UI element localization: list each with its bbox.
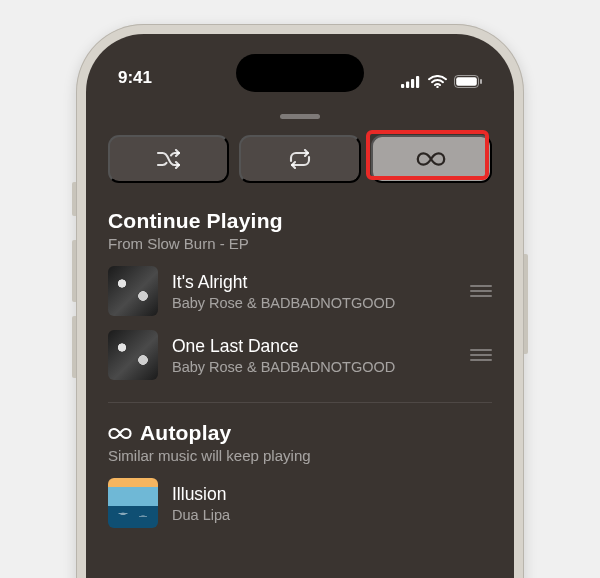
queue-sheet: Continue Playing From Slow Burn - EP It'… — [86, 114, 514, 528]
svg-rect-3 — [416, 76, 419, 88]
status-time: 9:41 — [118, 68, 152, 88]
side-button-silence — [72, 182, 76, 216]
section-title: Continue Playing — [108, 209, 492, 233]
track-row[interactable]: It's Alright Baby Rose & BADBADNOTGOOD — [108, 266, 492, 316]
continue-playing-section: Continue Playing From Slow Burn - EP It'… — [108, 209, 492, 380]
infinity-icon — [108, 427, 132, 440]
svg-rect-0 — [401, 84, 404, 88]
reorder-handle-icon[interactable] — [470, 349, 492, 361]
track-artist: Baby Rose & BADBADNOTGOOD — [172, 295, 456, 311]
side-button-vol-down — [72, 316, 76, 378]
section-title: Autoplay — [140, 421, 231, 445]
track-text: Illusion Dua Lipa — [172, 484, 492, 523]
track-text: One Last Dance Baby Rose & BADBADNOTGOOD — [172, 336, 456, 375]
svg-point-4 — [436, 86, 438, 88]
sheet-grabber[interactable] — [280, 114, 320, 119]
infinity-icon — [416, 151, 446, 167]
screen: 9:41 — [86, 34, 514, 578]
album-art — [108, 330, 158, 380]
album-art — [108, 266, 158, 316]
section-divider — [108, 402, 492, 403]
wifi-icon — [428, 75, 447, 88]
status-indicators — [401, 75, 482, 88]
track-artist: Dua Lipa — [172, 507, 492, 523]
side-button-power — [524, 254, 528, 354]
track-row[interactable]: One Last Dance Baby Rose & BADBADNOTGOOD — [108, 330, 492, 380]
svg-rect-2 — [411, 79, 414, 88]
shuffle-button[interactable] — [108, 135, 229, 183]
repeat-icon — [287, 149, 313, 169]
autoplay-section: Autoplay Similar music will keep playing… — [108, 421, 492, 528]
reorder-handle-icon[interactable] — [470, 285, 492, 297]
battery-icon — [454, 75, 482, 88]
side-button-vol-up — [72, 240, 76, 302]
repeat-button[interactable] — [239, 135, 360, 183]
track-title: It's Alright — [172, 272, 456, 293]
track-title: Illusion — [172, 484, 492, 505]
dynamic-island — [236, 54, 364, 92]
album-art — [108, 478, 158, 528]
track-artist: Baby Rose & BADBADNOTGOOD — [172, 359, 456, 375]
cellular-icon — [401, 76, 421, 88]
shuffle-icon — [156, 149, 182, 169]
svg-rect-1 — [406, 81, 409, 88]
autoplay-button[interactable] — [371, 135, 492, 183]
iphone-frame: 9:41 — [76, 24, 524, 578]
track-title: One Last Dance — [172, 336, 456, 357]
track-row[interactable]: Illusion Dua Lipa — [108, 478, 492, 528]
section-subtitle: From Slow Burn - EP — [108, 235, 492, 252]
track-text: It's Alright Baby Rose & BADBADNOTGOOD — [172, 272, 456, 311]
svg-rect-6 — [456, 77, 477, 86]
playback-controls-row — [108, 135, 492, 183]
section-subtitle: Similar music will keep playing — [108, 447, 492, 464]
svg-rect-7 — [480, 79, 482, 84]
